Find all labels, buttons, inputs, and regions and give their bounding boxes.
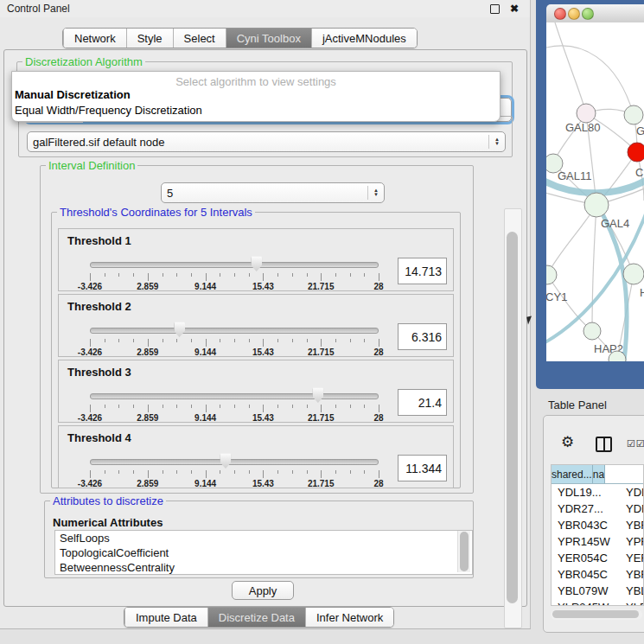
shared-name-cell[interactable]: YBR043C xyxy=(552,517,617,533)
name-cell[interactable]: YLR3 xyxy=(617,599,643,606)
slider-handle[interactable] xyxy=(251,256,262,271)
tick-label: 21.715 xyxy=(308,413,335,423)
close-panel-button[interactable]: ✖ xyxy=(509,3,520,14)
threshold-value-field[interactable]: 21.4 xyxy=(398,389,447,416)
slider-ticks xyxy=(90,339,379,348)
numerical-attributes-list[interactable]: SelfLoopsTopologicalCoefficientBetweenne… xyxy=(54,530,473,575)
slider-handle[interactable] xyxy=(312,387,323,403)
control-panel-tab[interactable]: Network xyxy=(63,29,126,48)
name-cell[interactable]: YDL1 xyxy=(617,484,643,501)
tick-label: -3.426 xyxy=(78,413,102,423)
shared-name-cell[interactable]: YER054C xyxy=(552,550,617,566)
slider-track[interactable] xyxy=(90,459,379,465)
tick-label: 9.144 xyxy=(194,479,216,488)
network-node[interactable] xyxy=(623,264,644,284)
slider-handle[interactable] xyxy=(220,453,231,469)
control-panel-tab[interactable]: Cyni Toolbox xyxy=(226,29,311,48)
algorithm-option[interactable]: Manual Discretization xyxy=(14,87,498,103)
float-window-button[interactable] xyxy=(490,3,501,14)
slider-handle[interactable] xyxy=(174,322,185,337)
shared-name-cell[interactable]: YDR27... xyxy=(552,501,617,517)
tab-label: Style xyxy=(137,32,163,45)
network-node[interactable] xyxy=(577,104,596,123)
shared-name-cell[interactable]: YBR045C xyxy=(552,566,617,583)
control-panel-tab[interactable]: Select xyxy=(173,29,226,48)
scrollbar-thumb[interactable] xyxy=(460,532,469,571)
attribute-item[interactable]: TopologicalCoefficient xyxy=(55,545,472,560)
threshold-slider[interactable]: -3.4262.8599.14415.4321.71528 xyxy=(90,386,379,421)
table-row[interactable]: YLR345W YLR3 xyxy=(552,599,643,606)
table-column-header[interactable]: na xyxy=(593,465,605,483)
table-row[interactable]: YDL19... YDL1 xyxy=(552,484,643,501)
attribute-item[interactable]: SelfLoops xyxy=(55,531,472,545)
slider-tick-labels: -3.4262.8599.14415.4321.71528 xyxy=(90,479,379,489)
threshold-slider[interactable]: -3.4262.8599.14415.4321.71528 xyxy=(90,321,379,355)
table-row[interactable]: YBR043C YBR0 xyxy=(552,517,643,533)
tick-label: 2.859 xyxy=(137,413,158,423)
threshold-slider[interactable]: -3.4262.8599.14415.4321.71528 xyxy=(90,452,379,487)
shared-name-cell[interactable]: YBL079W xyxy=(552,583,617,599)
network-node[interactable] xyxy=(628,143,644,162)
name-cell[interactable]: YDR2 xyxy=(617,501,643,517)
name-cell[interactable]: YPR1 xyxy=(617,533,643,550)
table-row[interactable]: YER054C YER0 xyxy=(552,550,643,566)
threshold-label: Threshold 1 xyxy=(67,234,131,247)
table-data-combobox[interactable]: galFiltered.sif default node ▲▼ xyxy=(27,131,506,152)
table-row[interactable]: YBL079W YBL0 xyxy=(552,583,643,599)
minimize-traffic-light[interactable] xyxy=(568,8,580,20)
threshold-value-field[interactable]: 14.713 xyxy=(398,258,447,284)
cyni-bottom-tab[interactable]: Impute Data xyxy=(124,608,207,627)
shared-name-cell[interactable]: YPR145W xyxy=(552,533,617,550)
threshold-slider[interactable]: -3.4262.8599.14415.4321.71528 xyxy=(90,255,379,290)
slider-track[interactable] xyxy=(90,328,379,334)
attributes-scrollbar[interactable] xyxy=(457,531,470,572)
slider-track[interactable] xyxy=(90,393,379,399)
number-of-intervals-combobox[interactable]: 5 ▲▼ xyxy=(161,182,385,203)
table-column-header[interactable]: shared... xyxy=(552,465,593,483)
zoom-traffic-light[interactable] xyxy=(582,8,594,20)
name-cell[interactable]: YER0 xyxy=(617,550,643,566)
network-window-titlebar[interactable] xyxy=(546,4,644,23)
tick-label: 15.43 xyxy=(252,282,274,291)
table-row[interactable]: YPR145W YPR1 xyxy=(552,533,643,550)
tick-label: 9.144 xyxy=(194,282,216,291)
cyni-bottom-tab[interactable]: Infer Network xyxy=(305,608,393,627)
control-panel-tab[interactable]: Style xyxy=(126,29,173,48)
select-columns-icon[interactable]: ☑☑ xyxy=(627,438,644,450)
panel-scrollbar[interactable] xyxy=(504,208,522,628)
apply-button[interactable]: Apply xyxy=(232,581,294,600)
split-columns-icon[interactable] xyxy=(596,437,612,452)
close-traffic-light[interactable] xyxy=(554,8,566,20)
tick-label: 2.859 xyxy=(137,282,158,291)
attribute-item[interactable]: BetweennessCentrality xyxy=(55,560,472,575)
network-canvas[interactable]: GAL80GACGAL11GAL4GCY1HHAP2 xyxy=(546,22,644,361)
shared-name-cell[interactable]: YDL19... xyxy=(552,484,617,501)
control-panel-tab[interactable]: jActiveMNodules xyxy=(311,29,417,48)
network-node[interactable] xyxy=(584,193,609,217)
thresholds-group-title: Threshold's Coordinates for 5 Intervals xyxy=(57,206,255,219)
threshold-value-field[interactable]: 6.316 xyxy=(398,323,447,350)
tick-label: 9.144 xyxy=(194,413,216,423)
slider-ticks xyxy=(90,470,379,479)
table-row[interactable]: YBR045C YBR0 xyxy=(552,566,643,583)
network-node[interactable] xyxy=(583,322,601,340)
algorithm-option[interactable]: Equal Width/Frequency Discretization xyxy=(14,103,498,118)
gear-icon[interactable]: ⚙ xyxy=(561,435,574,450)
name-cell[interactable]: YBR0 xyxy=(617,517,643,533)
name-cell[interactable]: YBR0 xyxy=(617,566,643,583)
cyni-bottom-tab[interactable]: Discretize Data xyxy=(207,608,305,627)
tab-label: Impute Data xyxy=(136,611,197,624)
name-cell[interactable]: YBL0 xyxy=(617,583,643,599)
tick-label: 21.715 xyxy=(308,282,335,291)
shared-name-cell[interactable]: YLR345W xyxy=(552,599,617,606)
scrollbar-thumb[interactable] xyxy=(507,232,518,603)
tab-label: Discretize Data xyxy=(219,611,295,624)
table-hscrollbar[interactable] xyxy=(551,609,642,620)
network-node[interactable] xyxy=(624,105,643,124)
node-table[interactable]: shared...na YDL19... YDL1 YDR27... YDR2 … xyxy=(551,464,644,606)
slider-track[interactable] xyxy=(90,262,379,268)
scrollbar-thumb[interactable] xyxy=(552,610,639,618)
threshold-value-field[interactable]: 11.344 xyxy=(398,455,447,481)
table-row[interactable]: YDR27... YDR2 xyxy=(552,501,643,517)
network-node[interactable] xyxy=(546,265,557,284)
